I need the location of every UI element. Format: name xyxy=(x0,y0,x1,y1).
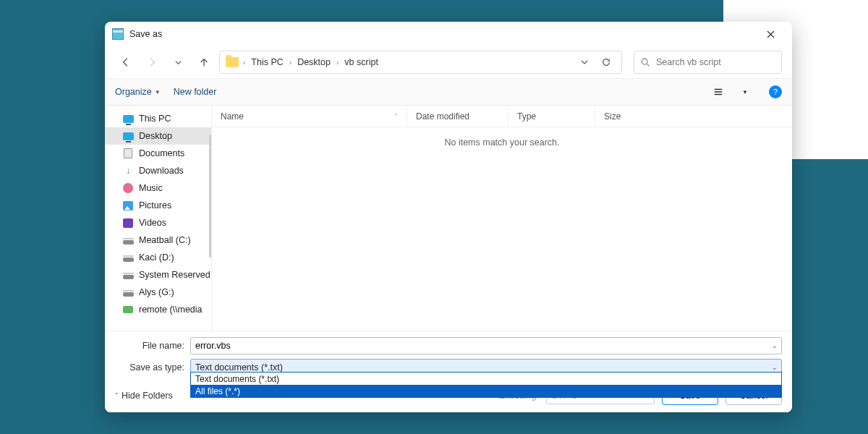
titlebar: Save as xyxy=(105,22,792,46)
sidebar-label: remote (\\media xyxy=(139,305,203,315)
folder-icon xyxy=(226,57,239,67)
music-icon xyxy=(123,183,133,193)
column-header-date[interactable]: Date modified xyxy=(407,106,509,127)
sidebar-item-network-drive[interactable]: remote (\\media xyxy=(105,301,211,318)
filename-label: File name: xyxy=(115,341,190,351)
sidebar-item-drive-c[interactable]: Meatball (C:) xyxy=(105,231,211,249)
close-icon xyxy=(767,30,775,38)
empty-message: No items match your search. xyxy=(212,127,792,331)
breadcrumb-folder[interactable]: vb script xyxy=(341,56,381,69)
breadcrumb-sep-icon: › xyxy=(336,59,339,67)
back-button[interactable] xyxy=(115,51,137,73)
toolbar: Organize ▼ New folder ▼ ? xyxy=(105,78,792,106)
save-type-label: Save as type: xyxy=(115,362,190,373)
chevron-down-icon xyxy=(175,59,182,66)
bottom-panel: File name: ⌄ Save as type: Text document… xyxy=(105,331,792,412)
sidebar-scrollbar[interactable] xyxy=(209,135,211,258)
sort-indicator-icon: ˄ xyxy=(394,113,398,120)
column-header-size[interactable]: Size xyxy=(595,106,653,127)
address-dropdown-button[interactable] xyxy=(575,53,594,72)
sidebar-label: This PC xyxy=(139,114,171,124)
sidebar-item-music[interactable]: Music xyxy=(105,179,211,197)
address-bar[interactable]: › This PC › Desktop › vb script xyxy=(219,51,622,74)
chevron-up-icon: ˄ xyxy=(115,392,119,399)
sidebar-item-drive-g[interactable]: Alys (G:) xyxy=(105,284,211,301)
sidebar-label: Kaci (D:) xyxy=(139,252,174,263)
list-view-icon xyxy=(713,87,723,97)
breadcrumb-sep-icon: › xyxy=(289,59,292,67)
refresh-icon xyxy=(601,57,611,67)
arrow-right-icon xyxy=(147,57,157,67)
caret-down-icon: ▼ xyxy=(155,89,161,95)
column-headers: Name˄ Date modified Type Size xyxy=(212,106,792,127)
arrow-up-icon xyxy=(199,57,209,67)
view-dropdown-button[interactable]: ▼ xyxy=(740,83,750,101)
breadcrumb-desktop[interactable]: Desktop xyxy=(294,56,333,69)
column-header-type[interactable]: Type xyxy=(509,106,595,127)
sidebar-item-drive-d[interactable]: Kaci (D:) xyxy=(105,249,211,266)
sidebar-label: Music xyxy=(139,183,163,193)
sidebar-label: System Reserved xyxy=(139,270,210,280)
sidebar-item-documents[interactable]: Documents xyxy=(105,145,211,162)
sidebar-label: Videos xyxy=(139,218,166,228)
sidebar-item-this-pc[interactable]: This PC xyxy=(105,110,211,127)
svg-point-0 xyxy=(642,59,647,64)
sidebar-item-videos[interactable]: Videos xyxy=(105,214,211,231)
monitor-icon xyxy=(123,115,134,123)
document-icon xyxy=(124,148,132,158)
caret-down-icon: ▼ xyxy=(742,89,748,95)
search-box[interactable] xyxy=(634,51,782,74)
new-folder-label: New folder xyxy=(174,87,217,97)
sidebar-label: Meatball (C:) xyxy=(139,235,191,245)
save-type-option-txt[interactable]: Text documents (*.txt) xyxy=(191,373,781,385)
sidebar-label: Alys (G:) xyxy=(139,287,174,297)
drive-icon xyxy=(123,275,134,279)
view-options-button[interactable] xyxy=(710,83,727,101)
sidebar-label: Downloads xyxy=(139,166,184,176)
save-type-value: Text documents (*.txt) xyxy=(195,362,283,373)
search-icon xyxy=(640,57,650,67)
network-drive-icon xyxy=(123,306,133,313)
help-button[interactable]: ? xyxy=(769,85,782,98)
sidebar-label: Documents xyxy=(139,148,184,158)
up-button[interactable] xyxy=(193,51,215,73)
chevron-down-icon xyxy=(581,59,588,66)
dialog-title: Save as xyxy=(129,29,162,39)
breadcrumb-sep-icon: › xyxy=(243,59,245,67)
refresh-button[interactable] xyxy=(597,53,616,72)
new-folder-button[interactable]: New folder xyxy=(174,87,217,97)
arrow-left-icon xyxy=(121,57,131,67)
navigation-pane: This PC Desktop Documents ↓Downloads Mus… xyxy=(105,106,212,331)
column-header-name[interactable]: Name˄ xyxy=(212,106,407,127)
drive-icon xyxy=(123,240,134,244)
download-icon: ↓ xyxy=(122,165,134,176)
breadcrumb-this-pc[interactable]: This PC xyxy=(248,56,286,69)
pictures-icon xyxy=(123,201,133,210)
save-type-option-all[interactable]: All files (*.*) xyxy=(191,385,781,397)
file-list-pane: Name˄ Date modified Type Size No items m… xyxy=(212,106,792,331)
notepad-icon xyxy=(112,28,124,40)
sidebar-label: Pictures xyxy=(139,200,171,210)
hide-folders-label: Hide Folders xyxy=(122,391,173,401)
sidebar-label: Desktop xyxy=(139,131,172,141)
recent-locations-button[interactable] xyxy=(167,51,189,73)
drive-icon xyxy=(123,258,134,262)
navigation-bar: › This PC › Desktop › vb script xyxy=(105,46,792,78)
videos-icon xyxy=(123,218,133,228)
sidebar-item-system-reserved[interactable]: System Reserved xyxy=(105,266,211,284)
sidebar-item-pictures[interactable]: Pictures xyxy=(105,197,211,214)
forward-button[interactable] xyxy=(141,51,163,73)
filename-input[interactable] xyxy=(190,337,782,354)
desktop-icon xyxy=(123,132,134,140)
organize-label: Organize xyxy=(115,87,152,97)
close-button[interactable] xyxy=(756,24,785,44)
sidebar-item-desktop[interactable]: Desktop xyxy=(105,127,211,145)
drive-icon xyxy=(123,292,134,297)
search-input[interactable] xyxy=(656,57,775,67)
save-type-dropdown: Text documents (*.txt) All files (*.*) xyxy=(190,372,782,398)
save-as-dialog: Save as › This PC › Desktop › vb script xyxy=(105,22,792,412)
organize-menu[interactable]: Organize ▼ xyxy=(115,87,161,97)
hide-folders-button[interactable]: ˄ Hide Folders xyxy=(115,391,173,401)
sidebar-item-downloads[interactable]: ↓Downloads xyxy=(105,162,211,179)
